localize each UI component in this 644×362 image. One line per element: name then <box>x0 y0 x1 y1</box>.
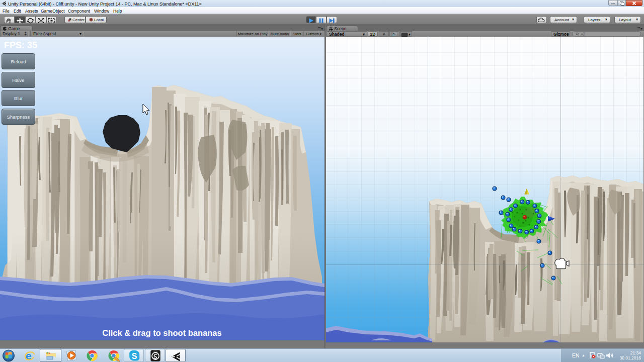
svg-text:S: S <box>132 352 137 360</box>
svg-text:Click & drag to shoot bananas: Click & drag to shoot bananas <box>102 328 221 337</box>
svg-text:FPS: 35: FPS: 35 <box>4 40 37 50</box>
